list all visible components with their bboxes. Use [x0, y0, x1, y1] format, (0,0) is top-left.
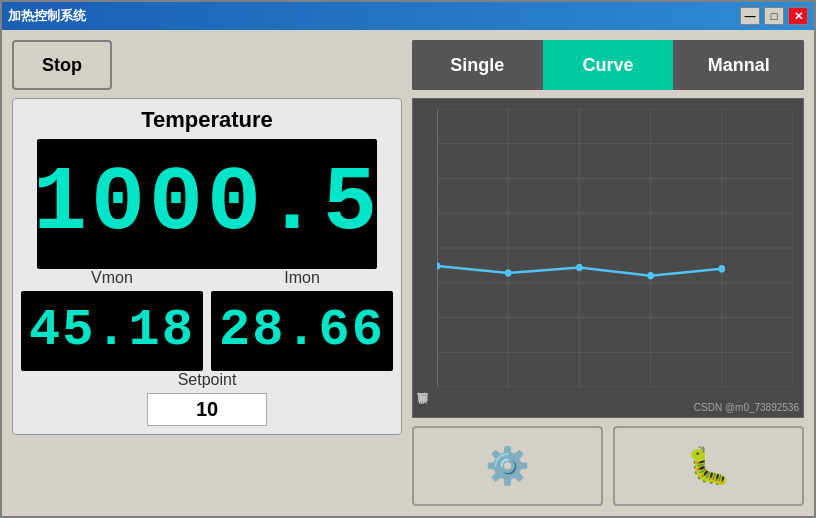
debug-icon: 🐛	[686, 445, 731, 487]
stop-button[interactable]: Stop	[12, 40, 112, 90]
imon-label: Imon	[284, 269, 320, 287]
bottom-bar: ⚙️ 🐛	[412, 426, 804, 506]
tab-single[interactable]: Single	[412, 40, 543, 90]
tab-manual[interactable]: Mannal	[673, 40, 804, 90]
right-panel: Single Curve Mannal 温度曲线	[412, 40, 804, 506]
chart-svg: 200 175 150 125 100 75 50 25 0 1 2 3 4	[437, 109, 793, 387]
chart-area: 温度曲线	[412, 98, 804, 418]
chart-inner: 200 175 150 125 100 75 50 25 0 1 2 3 4	[432, 99, 803, 417]
title-bar: 加热控制系统 — □ ✕	[2, 2, 814, 30]
settings-icon: ⚙️	[485, 445, 530, 487]
left-panel: Stop Temperature 1000.5 Vmon 45.18 Imon	[12, 40, 402, 506]
monitors-row: Vmon 45.18 Imon 28.66	[21, 269, 393, 371]
svg-point-33	[647, 272, 654, 280]
setpoint-label: Setpoint	[178, 371, 237, 389]
setpoint-section: Setpoint 10	[147, 371, 267, 426]
vmon-label: Vmon	[91, 269, 133, 287]
temperature-display: 1000.5	[37, 139, 377, 269]
svg-point-31	[505, 269, 512, 277]
title-bar-buttons: — □ ✕	[740, 7, 808, 25]
temperature-section: Temperature 1000.5 Vmon 45.18 Imon 28.	[12, 98, 402, 435]
watermark: CSDN @m0_73892536	[694, 402, 799, 413]
tab-bar: Single Curve Mannal	[412, 40, 804, 90]
vmon-section: Vmon 45.18	[21, 269, 203, 371]
imon-section: Imon 28.66	[211, 269, 393, 371]
window-title: 加热控制系统	[8, 7, 86, 25]
vmon-display: 45.18	[21, 291, 203, 371]
tab-curve[interactable]: Curve	[543, 40, 674, 90]
minimize-button[interactable]: —	[740, 7, 760, 25]
vmon-value: 45.18	[29, 305, 195, 357]
svg-point-32	[576, 264, 583, 272]
imon-value: 28.66	[219, 305, 385, 357]
settings-button[interactable]: ⚙️	[412, 426, 603, 506]
main-content: Stop Temperature 1000.5 Vmon 45.18 Imon	[2, 30, 814, 516]
temperature-label: Temperature	[141, 107, 273, 133]
maximize-button[interactable]: □	[764, 7, 784, 25]
debug-button[interactable]: 🐛	[613, 426, 804, 506]
setpoint-value[interactable]: 10	[147, 393, 267, 426]
close-button[interactable]: ✕	[788, 7, 808, 25]
imon-display: 28.66	[211, 291, 393, 371]
svg-point-34	[718, 265, 725, 273]
chart-y-label: 温度曲线	[413, 99, 432, 417]
temperature-value: 1000.5	[33, 159, 381, 249]
main-window: 加热控制系统 — □ ✕ Stop Temperature 1000.5 Vmo…	[0, 0, 816, 518]
